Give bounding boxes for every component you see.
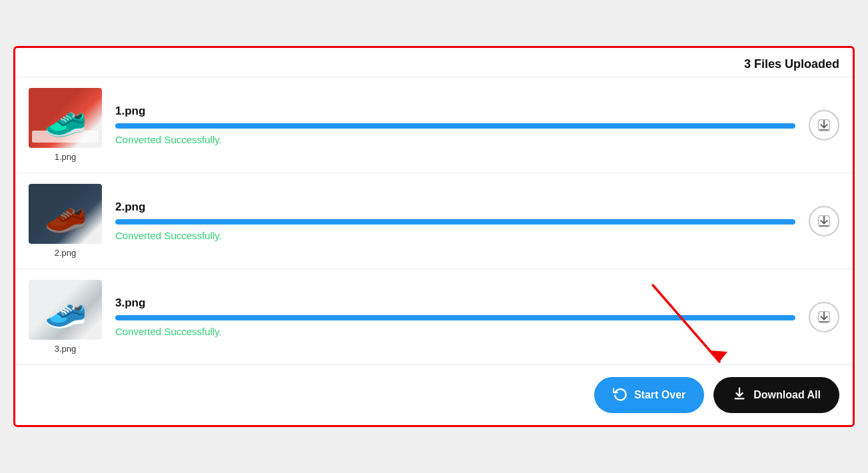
progress-bar-fill-2	[115, 219, 795, 225]
file-name-2: 2.png	[115, 201, 795, 214]
status-label-2: Converted Successfully.	[115, 230, 795, 241]
thumbnail-image-1	[29, 88, 102, 148]
thumbnail-wrapper-1: 1.png	[29, 88, 102, 162]
file-name-3: 3.png	[115, 296, 795, 310]
file-row-1: 1.png 1.png Converted Successfully.	[15, 77, 853, 173]
file-row-2: 2.png 2.png Converted Successfully.	[15, 173, 853, 268]
file-info-2: 2.png Converted Successfully.	[115, 201, 795, 241]
footer-row: Start Over Download All	[15, 364, 853, 425]
download-all-button[interactable]: Download All	[713, 377, 839, 413]
progress-bar-fill-1	[115, 123, 795, 129]
thumbnail-label-2: 2.png	[55, 248, 77, 258]
header-row: 3 Files Uploaded	[15, 48, 853, 77]
download-icon-1	[817, 118, 831, 133]
download-icon-3	[817, 310, 831, 324]
thumbnail-image-2	[29, 184, 102, 244]
progress-bar-fill-3	[115, 315, 795, 320]
start-over-label: Start Over	[634, 389, 685, 401]
thumbnail-wrapper-2: 2.png	[29, 184, 102, 258]
download-all-icon	[732, 386, 747, 404]
thumbnail-image-3	[29, 280, 102, 340]
download-icon-2	[817, 214, 831, 229]
file-info-3: 3.png Converted Successfully.	[115, 296, 795, 337]
progress-bar-bg-1	[115, 123, 795, 129]
progress-bar-bg-2	[115, 219, 795, 225]
files-uploaded-label: 3 Files Uploaded	[744, 57, 839, 71]
download-all-label: Download All	[753, 389, 821, 401]
download-button-2[interactable]	[809, 206, 839, 236]
progress-bar-bg-3	[115, 315, 795, 320]
status-label-1: Converted Successfully.	[115, 134, 795, 145]
file-info-1: 1.png Converted Successfully.	[115, 105, 795, 145]
start-over-button[interactable]: Start Over	[594, 377, 704, 413]
status-label-3: Converted Successfully.	[115, 326, 795, 337]
thumbnail-label-1: 1.png	[55, 152, 77, 162]
start-over-icon	[613, 386, 628, 404]
download-button-3[interactable]	[809, 302, 839, 332]
thumbnail-label-3: 3.png	[55, 344, 77, 354]
file-name-1: 1.png	[115, 105, 795, 118]
download-button-1[interactable]	[809, 110, 839, 141]
main-container: 3 Files Uploaded 1.png 1.png Converted S…	[13, 46, 855, 427]
file-row-3: 3.png 3.png Converted Successfully.	[15, 268, 853, 364]
thumbnail-wrapper-3: 3.png	[29, 280, 102, 354]
